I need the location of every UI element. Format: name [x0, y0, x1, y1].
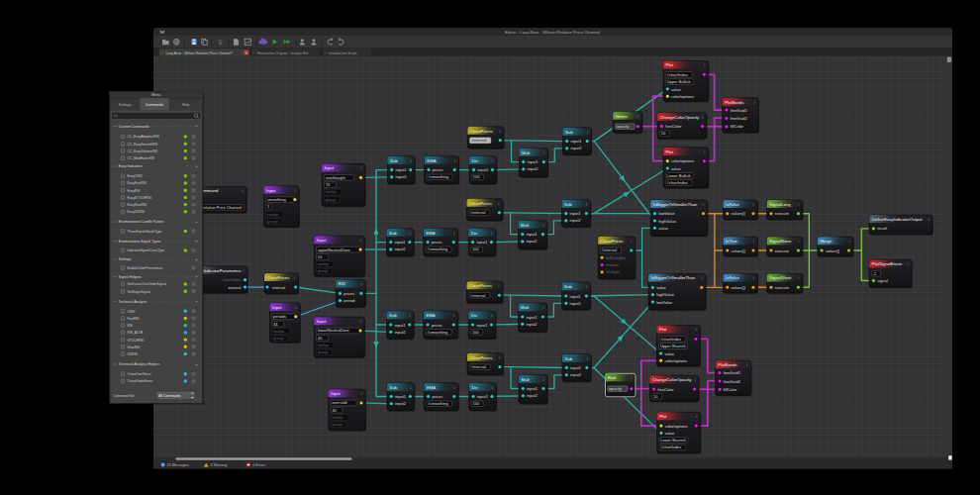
- svg-text:i: i: [122, 346, 123, 349]
- svg-text:#interval: #interval: [470, 210, 485, 215]
- svg-text:tooltip: tooltip: [332, 415, 343, 420]
- svg-text:#chartIndex: #chartIndex: [660, 446, 681, 450]
- svg-text:»: »: [195, 300, 197, 304]
- svg-text:i: i: [162, 463, 163, 467]
- svg-text:IsFalse: IsFalse: [726, 275, 739, 280]
- svg-text:ThreeStarsInSouthType: ThreeStarsInSouthType: [128, 230, 162, 234]
- svg-text:upperNeutralZone: upperNeutralZone: [318, 248, 350, 252]
- svg-text:×: ×: [245, 51, 247, 55]
- svg-text:EasyRSI: EasyRSI: [128, 189, 141, 193]
- svg-text:color/options: color/options: [671, 94, 694, 99]
- svg-text:execute: execute: [775, 248, 790, 253]
- svg-text:Merge: Merge: [820, 239, 833, 244]
- svg-text:Sub: Sub: [389, 313, 397, 318]
- svg-text:#interval: #interval: [470, 293, 485, 298]
- svg-text:RSI_ALTB: RSI_ALTB: [128, 331, 144, 335]
- svg-text:100: 100: [472, 401, 480, 406]
- svg-text:color/options: color/options: [671, 158, 694, 163]
- svg-text:»: »: [195, 275, 197, 279]
- svg-text:Input: Input: [325, 166, 335, 171]
- svg-text:CrossOverSince: CrossOverSince: [128, 372, 151, 376]
- svg-text:70: 70: [326, 182, 331, 187]
- svg-text:i: i: [122, 310, 123, 314]
- svg-text:#smoothing: #smoothing: [428, 401, 448, 406]
- svg-text:SignalShort: SignalShort: [769, 275, 792, 280]
- svg-text:SlowRSI: SlowRSI: [128, 346, 141, 349]
- svg-text:Input: Input: [317, 319, 327, 324]
- svg-text:EasySTOCHRSI: EasySTOCHRSI: [128, 196, 151, 200]
- svg-text:Input: Input: [331, 391, 341, 396]
- svg-text:30: 30: [332, 408, 337, 413]
- svg-text:signal: signal: [877, 278, 888, 283]
- svg-text:tooltip: tooltip: [318, 261, 330, 266]
- svg-text:prices: prices: [343, 291, 354, 296]
- svg-text:Upper Bearish: Upper Bearish: [660, 344, 686, 348]
- svg-text:input2: input2: [570, 301, 582, 306]
- svg-text:i: i: [122, 352, 123, 356]
- svg-text:value: value: [665, 431, 675, 436]
- svg-text:Div: Div: [471, 231, 478, 236]
- svg-text:tooltip: tooltip: [273, 329, 285, 334]
- svg-text:Div: Div: [471, 313, 478, 318]
- svg-text:Settings: Settings: [119, 103, 132, 107]
- svg-text:input1: input1: [477, 167, 489, 172]
- svg-text:Mult: Mult: [521, 305, 530, 310]
- svg-text:Lower Bullish: Lower Bullish: [667, 173, 691, 178]
- svg-text:prices: prices: [432, 240, 442, 245]
- svg-text:input1: input1: [528, 159, 539, 164]
- svg-text:fillColor: fillColor: [731, 125, 744, 130]
- svg-text:RSI: RSI: [128, 324, 134, 328]
- svg-text:Introduction Script: Introduction Script: [329, 51, 356, 55]
- svg-text:values[]: values[]: [826, 248, 839, 253]
- svg-text:FastRSI: FastRSI: [128, 317, 140, 321]
- svg-text:Input: Input: [266, 188, 276, 193]
- svg-text:input2: input2: [527, 393, 539, 398]
- svg-text:#chartIndex: #chartIndex: [667, 180, 688, 185]
- svg-text:Technical Analysis: Technical Analysis: [119, 300, 147, 304]
- svg-text:overbought: overbought: [326, 175, 346, 180]
- svg-text:i: i: [122, 196, 123, 200]
- svg-text:prices: prices: [432, 394, 442, 399]
- svg-text:group: group: [326, 197, 337, 202]
- svg-text:EMA: EMA: [426, 313, 435, 318]
- svg-text:CRSI: CRSI: [128, 310, 136, 314]
- svg-text:input1: input1: [527, 315, 539, 320]
- svg-text:EnableOrderPersistence: EnableOrderPersistence: [128, 266, 163, 270]
- svg-text:Editor - Lazy Bear - Wilson Re: Editor - Lazy Bear - Wilson Relative Pri…: [505, 30, 600, 35]
- svg-text:IsBiggerOrSmallerThan: IsBiggerOrSmallerThan: [651, 276, 696, 281]
- svg-text:i: i: [122, 317, 123, 321]
- svg-text:input1: input1: [476, 240, 488, 245]
- svg-text:period: period: [343, 298, 354, 303]
- svg-text:prices: prices: [432, 323, 442, 328]
- svg-text:45: 45: [318, 336, 323, 341]
- svg-text:i: i: [122, 181, 123, 185]
- svg-text:»: »: [195, 221, 197, 225]
- svg-text:i: i: [122, 338, 123, 342]
- svg-text:SignalLong: SignalLong: [769, 202, 791, 207]
- svg-text:PlotBands: PlotBands: [725, 100, 743, 105]
- svg-text:market: market: [606, 262, 619, 267]
- svg-text:input1: input1: [527, 232, 539, 237]
- svg-text:Signal Helpers: Signal Helpers: [119, 275, 142, 279]
- svg-text:opacity: opacity: [609, 386, 623, 391]
- svg-text:#interval: #interval: [602, 248, 617, 253]
- svg-text:fullCandles: fullCandles: [606, 255, 626, 260]
- svg-text:input1: input1: [476, 323, 488, 328]
- svg-text:Lazy Bear - Wilson Relative Pr: Lazy Bear - Wilson Relative Price Channe…: [166, 51, 234, 55]
- svg-text:i: i: [122, 230, 123, 234]
- svg-text:input1: input1: [571, 139, 583, 144]
- svg-text:input2: input2: [527, 240, 539, 245]
- svg-text:CC_MadHatterRSI: CC_MadHatterRSI: [128, 156, 155, 160]
- svg-text:#interval: #interval: [471, 138, 486, 143]
- svg-text:»: »: [195, 165, 197, 169]
- svg-text:W: W: [160, 30, 165, 35]
- svg-text:Easy Indicators: Easy Indicators: [119, 164, 143, 168]
- svg-text:‹›: ‹›: [160, 51, 162, 55]
- svg-text:input1: input1: [527, 386, 539, 391]
- svg-text:color/options: color/options: [665, 424, 688, 429]
- svg-text:Div: Div: [472, 158, 479, 163]
- svg-text:hlcStyle: hlcStyle: [606, 270, 621, 275]
- svg-text:value: value: [664, 351, 674, 356]
- svg-text:21 Messages: 21 Messages: [167, 463, 189, 467]
- svg-text:ClosePrices: ClosePrices: [469, 283, 492, 288]
